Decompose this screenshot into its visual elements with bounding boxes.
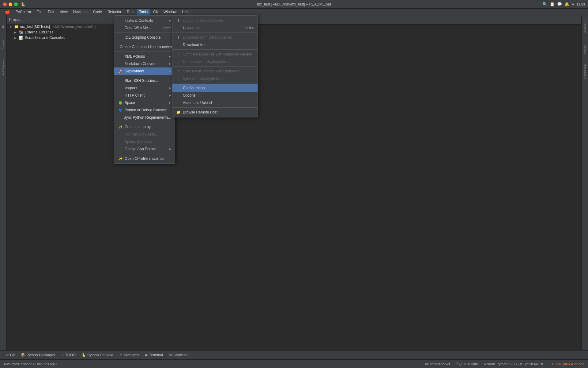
tab-terminal[interactable]: ▶ Terminal (143, 352, 165, 358)
menu-tasks-contexts[interactable]: Tasks & Contexts (114, 17, 175, 24)
csdn-label: CSDN @Nic-DeCode (552, 362, 584, 366)
menu-window[interactable]: Window (161, 9, 179, 15)
left-tab-commit[interactable]: Commit (1, 36, 6, 54)
menu-download-default: ⬇ Download from Default Server (172, 34, 258, 41)
menu-tools[interactable]: Tools (137, 9, 150, 15)
menu-sync-subtree: ↕ Sync Local Subtree with Deployed (172, 67, 258, 75)
menu-automatic-upload[interactable]: Automatic Upload (172, 99, 258, 106)
tab-notifications[interactable]: Notifications (582, 61, 588, 82)
menu-view[interactable]: View (57, 9, 70, 15)
menu-ide-scripting[interactable]: IDE Scripting Console (114, 34, 175, 41)
menu-git[interactable]: Git (151, 9, 160, 15)
ideapad-icon[interactable]: 📋 (550, 2, 555, 6)
menu-code-with-me[interactable]: Code With Me... ⇧⌥Y (114, 24, 175, 32)
menu-xml-actions[interactable]: XML Actions (114, 53, 175, 60)
vagrant-icon (118, 86, 123, 90)
libs-icon: 📚 (19, 30, 24, 34)
tab-problems[interactable]: ⚠ Problems (117, 352, 142, 358)
sphinx-icon (118, 139, 123, 144)
menu-markdown-converter[interactable]: Markdown Converter (114, 60, 175, 67)
menu-help[interactable]: Help (179, 9, 192, 15)
maximize-button[interactable] (14, 2, 18, 6)
menu-space[interactable]: 🟢 Space (114, 99, 175, 106)
menu-create-setup[interactable]: ✨ Create setup.py (114, 123, 175, 131)
close-button[interactable] (3, 2, 7, 6)
menu-download-from[interactable]: Download from... (172, 41, 258, 48)
menu-google-app-engine[interactable]: Google App Engine (114, 145, 175, 153)
tree-item-external-libs[interactable]: ▶ 📚 External Libraries (7, 29, 117, 35)
logo-icon: A (572, 2, 574, 6)
menu-refactor[interactable]: Refactor (105, 9, 124, 15)
tab-services[interactable]: ⚙ Services (167, 352, 190, 358)
tab-database[interactable]: Database (582, 17, 588, 38)
menu-deployment[interactable]: 🚀 Deployment (114, 67, 175, 75)
left-tab-pullrequests[interactable]: Pull Requests (1, 55, 6, 79)
menu-run[interactable]: Run (124, 9, 136, 15)
menu-code[interactable]: Code (91, 9, 104, 15)
tab-python-console[interactable]: 🐍 Python Console (79, 352, 116, 358)
expand-icon[interactable]: ▶ (14, 36, 18, 40)
tree-item-mxtest[interactable]: ▼ 📁 mx_test [MXTests] ~/MX.Work/mx_test … (7, 24, 117, 29)
menu-edit[interactable]: Edit (45, 9, 57, 15)
status-bar: Auto fetch: finished (3 minutes ago) no … (0, 359, 588, 368)
expand-icon[interactable]: ▼ (9, 25, 13, 29)
menu-item-label: Run setup.py Task... (125, 132, 158, 136)
download-from-icon (176, 42, 181, 47)
menu-file[interactable]: File (34, 9, 45, 15)
search-icon[interactable]: 🔍 (542, 2, 547, 6)
tab-git[interactable]: ⎇ Git (2, 352, 17, 358)
menu-sphinx-quickstart: Sphinx Quickstart (114, 138, 175, 145)
menu-configuration[interactable]: Configuration... (172, 84, 258, 92)
code-with-me-icon (118, 25, 123, 30)
run-setup-icon (118, 132, 123, 137)
tree-item-scratches[interactable]: ▶ 📝 Scratches and Consoles (7, 35, 117, 40)
python-version[interactable]: Remote Python 2.7.12 (sf...yer.in:44/usr… (483, 362, 547, 366)
menu-item-label: Python or Debug Console (125, 108, 167, 112)
bottom-toolbar: ⎇ Git 📦 Python Packages ✓ TODO 🐍 Python … (0, 350, 588, 359)
tools-menu-dropdown: Tasks & Contexts Code With Me... ⇧⌥Y IDE… (114, 15, 175, 164)
tab-todo[interactable]: ✓ TODO (59, 352, 78, 358)
minimize-button[interactable] (9, 2, 12, 6)
menu-item-label: Download from Default Server (183, 35, 232, 40)
no-server-status[interactable]: no default server (424, 362, 451, 366)
markdown-icon (118, 61, 123, 66)
menu-options[interactable]: Options... (172, 92, 258, 99)
menu-upload-to[interactable]: Upload to... ⌥⌘X (172, 24, 258, 32)
separator (114, 122, 175, 122)
sync-icon (118, 115, 122, 120)
menu-apple[interactable]: 🍎 (2, 9, 13, 15)
titlebar-right: 🔍 📋 💬 🔔 A 11:53 (542, 2, 585, 6)
right-sidebar: Database GitView Notifications (581, 15, 588, 350)
menu-item-label: XML Actions (125, 54, 145, 59)
menu-item-label: Code With Me... (125, 26, 151, 30)
git-status[interactable]: 2 △/up-to-date (455, 361, 479, 366)
menu-item-label: Sphinx Quickstart (125, 140, 153, 144)
bell-icon[interactable]: 🔔 (564, 2, 569, 6)
menu-create-cmdline[interactable]: Create Command-line Launcher... (114, 43, 175, 51)
menu-sync-python[interactable]: Sync Python Requirements... (114, 114, 175, 121)
separator (114, 76, 175, 76)
tab-python-packages[interactable]: 📦 Python Packages (18, 352, 57, 358)
ide-scripting-icon (118, 35, 123, 40)
tab-label: Git (10, 353, 15, 357)
menu-item-label: Download from... (183, 43, 211, 47)
menu-pycharm[interactable]: PyCharm (13, 9, 33, 15)
menu-navigate[interactable]: Navigate (71, 9, 90, 15)
menu-start-ssh[interactable]: Start SSH Session... (114, 77, 175, 84)
menu-browse-remote[interactable]: 📁 Browse Remote Host (172, 109, 258, 116)
compare-deployed-icon (176, 59, 181, 64)
menu-http-client[interactable]: HTTP Client (114, 92, 175, 99)
menu-open-cprofile[interactable]: ✨ Open CProfile snapshot (114, 155, 175, 162)
chat-icon[interactable]: 💬 (557, 2, 562, 6)
options-icon (176, 93, 181, 98)
menu-vagrant[interactable]: Vagrant (114, 84, 175, 92)
menu-item-label: Browse Remote Host (183, 110, 217, 114)
tab-gitview[interactable]: GitView (582, 39, 588, 60)
menu-item-label: Options... (183, 93, 198, 98)
tab-label: TODO (65, 353, 76, 357)
menu-python-debug-console[interactable]: 💙 Python or Debug Console (114, 106, 175, 114)
todo-icon: ✓ (61, 353, 64, 357)
left-tab-project[interactable]: Pro (1, 17, 6, 35)
expand-icon[interactable]: ▶ (14, 31, 18, 34)
services-icon: ⚙ (169, 353, 172, 357)
